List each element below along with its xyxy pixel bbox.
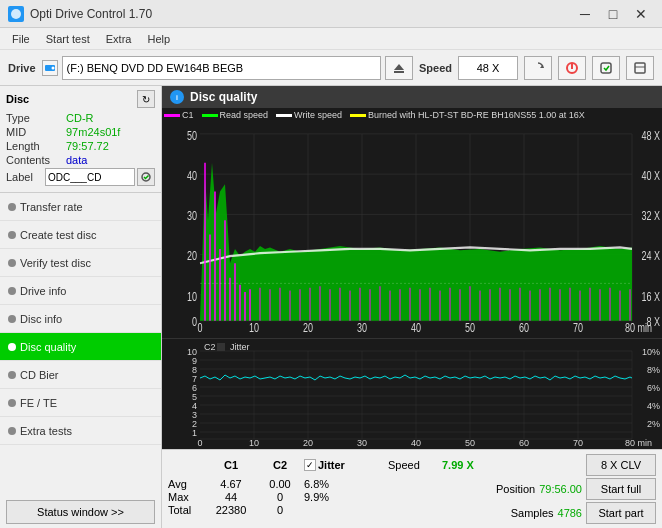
stats-total-row: Total 22380 0	[168, 504, 492, 516]
speed-select[interactable]: 48 X	[458, 56, 518, 80]
nav-dot	[8, 203, 16, 211]
max-jitter: 9.9%	[304, 491, 384, 503]
svg-text:32 X: 32 X	[642, 209, 661, 223]
nav-drive-info-label: Drive info	[20, 285, 66, 297]
svg-text:40: 40	[411, 438, 421, 448]
disc-length-row: Length 79:57.72	[6, 140, 155, 152]
start-full-button[interactable]: Start full	[586, 478, 656, 500]
top-chart-svg: 50 40 30 20 10 0 48 X 40 X 32 X 24 X 16 …	[162, 108, 662, 338]
nav-cd-bier[interactable]: CD Bier	[0, 361, 161, 389]
max-c2: 0	[260, 491, 300, 503]
disc-label-input[interactable]	[45, 168, 135, 186]
stats-bar: C1 C2 ✓ Jitter Speed 7.99 X 8 X CLV Avg	[162, 449, 662, 528]
panel-header: i Disc quality	[162, 86, 662, 108]
nav-extra-tests-label: Extra tests	[20, 425, 72, 437]
disc-type-row: Type CD-R	[6, 112, 155, 124]
svg-text:6%: 6%	[647, 383, 660, 393]
nav-verify-test-disc[interactable]: Verify test disc	[0, 249, 161, 277]
menu-extra[interactable]: Extra	[98, 31, 140, 47]
nav-disc-info[interactable]: Disc info	[0, 305, 161, 333]
svg-text:min: min	[637, 438, 652, 448]
left-panel: Disc ↻ Type CD-R MID 97m24s01f Length 79…	[0, 86, 162, 528]
bottom-chart-svg: C2 Jitter 10 9 8 7 6 5 4 3 2 1	[162, 339, 662, 449]
disc-length-value: 79:57.72	[66, 140, 155, 152]
disc-label-action-button[interactable]	[137, 168, 155, 186]
jitter-checkbox[interactable]: ✓	[304, 459, 316, 471]
svg-text:30: 30	[187, 209, 197, 223]
panel-title: Disc quality	[190, 90, 257, 104]
legend-read-color	[202, 114, 218, 117]
nav-dot	[8, 371, 16, 379]
stats-left: Avg 4.67 0.00 6.8% Max 44 0 9.9% Total 2…	[168, 478, 492, 524]
stats-c2-header: C2	[260, 459, 300, 471]
svg-rect-7	[571, 64, 573, 69]
svg-text:30: 30	[357, 321, 367, 335]
eject-button[interactable]	[385, 56, 413, 80]
nav-disc-quality[interactable]: Disc quality	[0, 333, 161, 361]
max-c1: 44	[206, 491, 256, 503]
svg-text:50: 50	[187, 128, 197, 142]
speed-label-text: Speed	[388, 459, 420, 471]
stats-jitter-header: ✓ Jitter	[304, 459, 384, 471]
svg-text:60: 60	[519, 321, 529, 335]
stats-max-row: Max 44 0 9.9%	[168, 491, 492, 503]
drive-select[interactable]: (F:) BENQ DVD DD EW164B BEGB	[62, 56, 381, 80]
svg-text:48 X: 48 X	[642, 128, 661, 142]
menu-start-test[interactable]: Start test	[38, 31, 98, 47]
menu-help[interactable]: Help	[139, 31, 178, 47]
nav-fe-te[interactable]: FE / TE	[0, 389, 161, 417]
svg-text:40 X: 40 X	[642, 168, 661, 182]
menu-file[interactable]: File	[4, 31, 38, 47]
stats-avg-row: Avg 4.67 0.00 6.8%	[168, 478, 492, 490]
stats-header-row: C1 C2 ✓ Jitter Speed 7.99 X 8 X CLV	[168, 454, 656, 476]
drive-action-btn2[interactable]	[592, 56, 620, 80]
nav-dot	[8, 231, 16, 239]
speed-refresh-button[interactable]	[524, 56, 552, 80]
svg-text:16 X: 16 X	[642, 289, 661, 303]
drive-action-btn1[interactable]	[558, 56, 586, 80]
svg-text:30: 30	[357, 438, 367, 448]
nav-disc-info-label: Disc info	[20, 313, 62, 325]
close-button[interactable]: ✕	[628, 4, 654, 24]
svg-text:1: 1	[192, 428, 197, 438]
status-window-button[interactable]: Status window >>	[6, 500, 155, 524]
svg-text:i: i	[176, 94, 178, 101]
maximize-button[interactable]: □	[600, 4, 626, 24]
legend-write: Write speed	[276, 110, 342, 120]
svg-rect-121	[217, 343, 225, 351]
nav-transfer-rate-label: Transfer rate	[20, 201, 83, 213]
legend-write-text: Write speed	[294, 110, 342, 120]
position-label: Position	[496, 483, 535, 495]
drive-action-btn3[interactable]	[626, 56, 654, 80]
svg-text:Jitter: Jitter	[230, 342, 250, 352]
chart-bottom: C2 Jitter 10 9 8 7 6 5 4 3 2 1	[162, 339, 662, 449]
legend-burned-color	[350, 114, 366, 117]
titlebar: Opti Drive Control 1.70 ─ □ ✕	[0, 0, 662, 28]
nav-fe-te-label: FE / TE	[20, 397, 57, 409]
stats-jitter-label: Jitter	[318, 459, 345, 471]
drive-icon	[42, 60, 58, 76]
avg-jitter: 6.8%	[304, 478, 384, 490]
start-part-button[interactable]: Start part	[586, 502, 656, 524]
svg-text:80: 80	[625, 438, 635, 448]
svg-text:60: 60	[519, 438, 529, 448]
nav-transfer-rate[interactable]: Transfer rate	[0, 193, 161, 221]
position-row: Position 79:56.00 Start full	[496, 478, 656, 500]
disc-type-value: CD-R	[66, 112, 155, 124]
nav-drive-info[interactable]: Drive info	[0, 277, 161, 305]
svg-text:min: min	[638, 321, 652, 335]
nav-extra-tests[interactable]: Extra tests	[0, 417, 161, 445]
main-content: Disc ↻ Type CD-R MID 97m24s01f Length 79…	[0, 86, 662, 528]
nav-create-test-disc[interactable]: Create test disc	[0, 221, 161, 249]
svg-text:2%: 2%	[647, 419, 660, 429]
disc-refresh-button[interactable]: ↻	[137, 90, 155, 108]
samples-value: 4786	[558, 507, 582, 519]
svg-text:40: 40	[187, 168, 197, 182]
svg-text:24 X: 24 X	[642, 249, 661, 263]
disc-contents-row: Contents data	[6, 154, 155, 166]
svg-text:10: 10	[187, 289, 197, 303]
svg-text:4%: 4%	[647, 401, 660, 411]
svg-text:8%: 8%	[647, 365, 660, 375]
disc-mid-row: MID 97m24s01f	[6, 126, 155, 138]
minimize-button[interactable]: ─	[572, 4, 598, 24]
